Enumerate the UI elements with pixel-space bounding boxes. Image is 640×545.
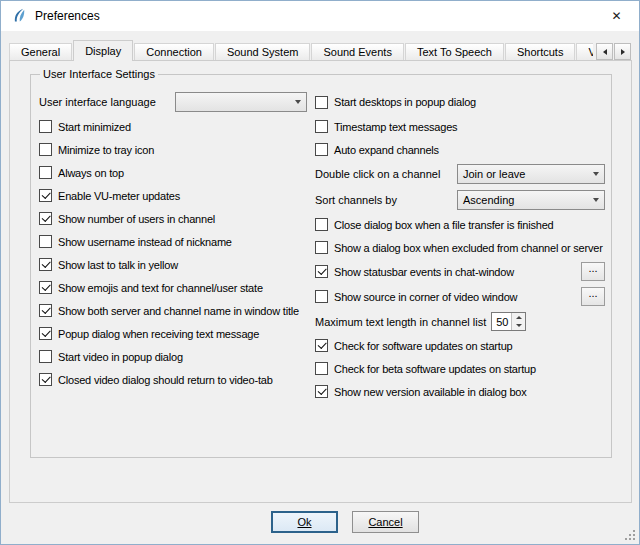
checkbox-excluded-dialog[interactable] (315, 241, 328, 254)
checkbox-emojis-text-state[interactable] (39, 281, 52, 294)
cancel-button[interactable]: Cancel (352, 511, 419, 533)
spin-down-button[interactable] (512, 322, 525, 331)
checkbox-start-minimized[interactable] (39, 120, 52, 133)
row-emojis-text-state: Show emojis and text for channel/user st… (39, 276, 307, 299)
close-icon: ✕ (611, 9, 621, 23)
max-text-length-row: Maximum text length in channel list 50 (315, 309, 605, 334)
tab-display[interactable]: Display (73, 40, 133, 61)
checkbox-timestamp-messages[interactable] (315, 120, 328, 133)
ok-button[interactable]: Ok (271, 511, 338, 533)
row-always-on-top: Always on top (39, 161, 307, 184)
tab-scroll-buttons (593, 43, 631, 60)
checkbox-popup-text-message[interactable] (39, 327, 52, 340)
checkbox-label[interactable]: Always on top (58, 167, 124, 179)
statusbar-events-browse-button[interactable]: ... (581, 262, 605, 281)
language-label: User interface language (39, 96, 175, 108)
language-select-dropdown-button[interactable] (290, 93, 306, 111)
row-timestamp-messages: Timestamp text messages (315, 115, 605, 138)
checkbox-label[interactable]: Enable VU-meter updates (58, 190, 180, 202)
tab-general[interactable]: General (9, 43, 72, 60)
tab-label: Shortcuts (517, 46, 563, 58)
checkbox-label[interactable]: Show both server and channel name in win… (58, 305, 299, 317)
checkbox-label[interactable]: Start video in popup dialog (58, 351, 183, 363)
checkbox-show-username[interactable] (39, 235, 52, 248)
checkbox-label[interactable]: Timestamp text messages (334, 121, 457, 133)
checkbox-label[interactable]: Show a dialog box when excluded from cha… (334, 242, 603, 254)
tab-sound-events[interactable]: Sound Events (311, 43, 404, 60)
checkbox-label[interactable]: Check for software updates on startup (334, 340, 512, 352)
settings-columns: User interface language Start minimized … (31, 75, 611, 457)
checkbox-label[interactable]: Popup dialog when receiving text message (58, 328, 259, 340)
tab-label: General (21, 46, 60, 58)
tab-shortcuts[interactable]: Shortcuts (505, 43, 575, 60)
checkbox-label[interactable]: Check for beta software updates on start… (334, 363, 536, 375)
checkbox-label[interactable]: Show username instead of nickname (58, 236, 232, 248)
checkbox-new-version-dialog[interactable] (315, 385, 328, 398)
double-click-select[interactable]: Join or leave (457, 164, 605, 184)
checkbox-last-to-talk-yellow[interactable] (39, 258, 52, 271)
dialog-buttons: Ok Cancel (26, 511, 640, 535)
row-minimize-to-tray: Minimize to tray icon (39, 138, 307, 161)
checkbox-label[interactable]: Show source in corner of video window (334, 291, 517, 303)
spin-up-button[interactable] (512, 313, 525, 322)
row-statusbar-events: Show statusbar events in chat-window ... (315, 259, 605, 284)
row-server-channel-title: Show both server and channel name in win… (39, 299, 307, 322)
user-interface-settings-group: User Interface Settings User interface l… (30, 74, 612, 458)
sort-channels-dropdown-button[interactable] (588, 191, 604, 209)
tab-scroll-left-button[interactable] (596, 43, 613, 60)
titlebar[interactable]: Preferences ✕ (1, 1, 639, 31)
checkbox-vu-meter-updates[interactable] (39, 189, 52, 202)
checkbox-server-channel-title[interactable] (39, 304, 52, 317)
resize-grip[interactable] (624, 529, 637, 542)
double-click-label: Double click on a channel (315, 168, 457, 180)
checkbox-always-on-top[interactable] (39, 166, 52, 179)
sort-channels-select[interactable]: Ascending (457, 190, 605, 210)
ok-button-label: Ok (297, 516, 311, 528)
close-button[interactable]: ✕ (594, 1, 639, 31)
checkbox-label[interactable]: Minimize to tray icon (58, 144, 154, 156)
tab-scroll-right-button[interactable] (614, 43, 631, 60)
checkbox-label[interactable]: Closed video dialog should return to vid… (58, 374, 273, 386)
checkbox-label[interactable]: Show statusbar events in chat-window (334, 266, 514, 278)
row-excluded-dialog: Show a dialog box when excluded from cha… (315, 236, 605, 259)
max-text-length-input[interactable]: 50 (492, 313, 511, 330)
checkbox-statusbar-events[interactable] (315, 265, 328, 278)
checkbox-label[interactable]: Show last to talk in yellow (58, 259, 178, 271)
checkbox-auto-expand-channels[interactable] (315, 143, 328, 156)
double-click-select-value: Join or leave (458, 168, 588, 180)
row-close-filetransfer-dialog: Close dialog box when a file transfer is… (315, 213, 605, 236)
language-row: User interface language (39, 89, 307, 115)
tab-connection[interactable]: Connection (134, 43, 214, 60)
double-click-dropdown-button[interactable] (588, 165, 604, 183)
checkbox-video-popup[interactable] (39, 350, 52, 363)
row-video-popup: Start video in popup dialog (39, 345, 307, 368)
checkbox-video-return-tab[interactable] (39, 373, 52, 386)
checkbox-check-updates[interactable] (315, 339, 328, 352)
language-select[interactable] (175, 92, 307, 112)
checkbox-close-filetransfer-dialog[interactable] (315, 218, 328, 231)
checkbox-label[interactable]: Auto expand channels (334, 144, 439, 156)
checkbox-minimize-to-tray[interactable] (39, 143, 52, 156)
checkbox-label[interactable]: Close dialog box when a file transfer is… (334, 219, 554, 231)
checkbox-label[interactable]: Show new version available in dialog box (334, 386, 527, 398)
tab-label: Sound Events (323, 46, 392, 58)
tab-text-to-speech[interactable]: Text To Speech (405, 43, 504, 60)
display-tab-page: User Interface Settings User interface l… (9, 60, 632, 503)
checkbox-label[interactable]: Start minimized (58, 121, 131, 133)
checkbox-video-source-corner[interactable] (315, 290, 328, 303)
checkbox-label[interactable]: Start desktops in popup dialog (334, 96, 476, 108)
chevron-down-icon (295, 100, 301, 104)
cancel-button-label: Cancel (368, 516, 402, 528)
row-popup-text-message: Popup dialog when receiving text message (39, 322, 307, 345)
tab-strip: General Display Connection Sound System … (9, 40, 631, 61)
row-video-return-tab: Closed video dialog should return to vid… (39, 368, 307, 391)
video-source-browse-button[interactable]: ... (581, 287, 605, 306)
sort-channels-row: Sort channels by Ascending (315, 187, 605, 213)
checkbox-check-beta-updates[interactable] (315, 362, 328, 375)
checkbox-label[interactable]: Show emojis and text for channel/user st… (58, 282, 263, 294)
chevron-down-icon (516, 324, 522, 327)
checkbox-label[interactable]: Show number of users in channel (58, 213, 215, 225)
tab-sound-system[interactable]: Sound System (215, 43, 311, 60)
checkbox-show-user-count[interactable] (39, 212, 52, 225)
checkbox-desktops-popup[interactable] (315, 96, 328, 109)
